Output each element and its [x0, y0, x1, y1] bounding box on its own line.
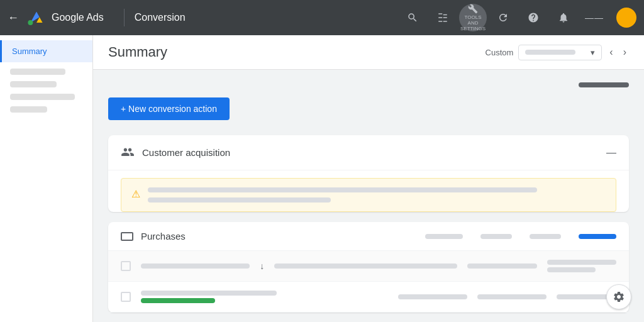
warning-content [148, 187, 606, 203]
purchases-header-ph2 [480, 234, 512, 239]
table-header-row: ↓ [108, 251, 629, 282]
warning-text-line1 [148, 187, 537, 192]
purchases-header-ph3 [530, 234, 561, 239]
main-content: Summary Custom ▾ ‹ › + New conversion ac… [93, 35, 644, 322]
sidebar-item-summary[interactable]: Summary [0, 40, 92, 62]
warning-text-line2 [148, 197, 331, 203]
purchases-section: Purchases ↓ [108, 222, 629, 313]
table-row [108, 282, 629, 313]
new-conversion-action-button[interactable]: + New conversion action [108, 97, 230, 120]
search-nav-button[interactable] [399, 4, 426, 31]
header-right: Custom ▾ ‹ › [486, 44, 629, 60]
tools-icon-label: TOOLS ANDSETTINGS [459, 14, 487, 31]
notifications-nav-button[interactable] [550, 4, 577, 31]
content-title: Summary [108, 44, 167, 60]
row-val-1b [477, 294, 547, 299]
page-title: Conversion [135, 12, 186, 23]
section-header-customer: Customer acquisition — [108, 135, 629, 170]
back-button[interactable]: ← [8, 11, 19, 25]
columns-nav-button[interactable] [429, 4, 457, 31]
sidebar-placeholder-2 [10, 81, 57, 87]
col-header-4b [547, 267, 596, 272]
row-checkbox-1[interactable] [121, 292, 131, 302]
row-val-1a [398, 294, 467, 299]
content-inner: + New conversion action Customer acquisi… [93, 70, 644, 322]
customer-acquisition-icon [121, 145, 135, 160]
tools-nav-button[interactable]: TOOLS ANDSETTINGS [459, 4, 487, 31]
nav-separator: —— [585, 13, 604, 23]
help-nav-button[interactable] [519, 4, 547, 31]
col-header-1 [141, 264, 250, 269]
top-nav: ← Google Ads Conversion TOOLS ANDSETTING… [0, 0, 644, 35]
sidebar-placeholder-3 [10, 94, 75, 100]
sidebar-placeholder-1 [10, 69, 65, 75]
col-header-3 [467, 264, 536, 269]
date-filter-label: Custom [486, 48, 514, 57]
section-collapse-icon[interactable]: — [606, 147, 616, 158]
dropdown-arrow-icon: ▾ [591, 48, 595, 57]
nav-icons: TOOLS ANDSETTINGS —— [399, 4, 636, 31]
customer-acquisition-section: Customer acquisition — ⚠ [108, 135, 629, 212]
purchases-card-icon [121, 232, 133, 241]
section-title-customer: Customer acquisition [142, 147, 230, 158]
svg-point-3 [28, 20, 33, 25]
col-header-4a [547, 260, 616, 265]
google-ads-logo-icon [26, 8, 47, 28]
prev-chevron-icon[interactable]: ‹ [607, 44, 615, 60]
purchases-action-link[interactable] [579, 234, 616, 239]
top-right-placeholder [579, 82, 629, 87]
purchases-header-ph1 [425, 234, 463, 239]
col-header-2 [274, 264, 457, 269]
date-value [525, 50, 575, 55]
warning-banner: ⚠ [121, 178, 616, 212]
next-chevron-icon[interactable]: › [621, 44, 629, 60]
sidebar: Summary [0, 35, 93, 322]
avatar[interactable] [616, 8, 636, 28]
content-header: Summary Custom ▾ ‹ › [93, 35, 644, 70]
sidebar-placeholder-4 [10, 106, 47, 113]
row-tag-1 [141, 298, 215, 303]
header-checkbox[interactable] [121, 261, 131, 271]
google-ads-logo: Google Ads [26, 8, 104, 28]
app-body: Summary Summary Custom ▾ ‹ › [0, 35, 644, 322]
date-dropdown[interactable]: ▾ [518, 45, 602, 60]
settings-fab-button[interactable] [606, 284, 631, 309]
section-title-purchases: Purchases [141, 231, 186, 242]
row-name-1 [141, 291, 277, 296]
nav-divider [124, 9, 125, 26]
sort-icon[interactable]: ↓ [260, 261, 264, 271]
warning-triangle-icon: ⚠ [131, 188, 140, 200]
section-header-purchases: Purchases [108, 222, 629, 251]
refresh-nav-button[interactable] [489, 4, 517, 31]
logo-text: Google Ads [52, 12, 104, 23]
